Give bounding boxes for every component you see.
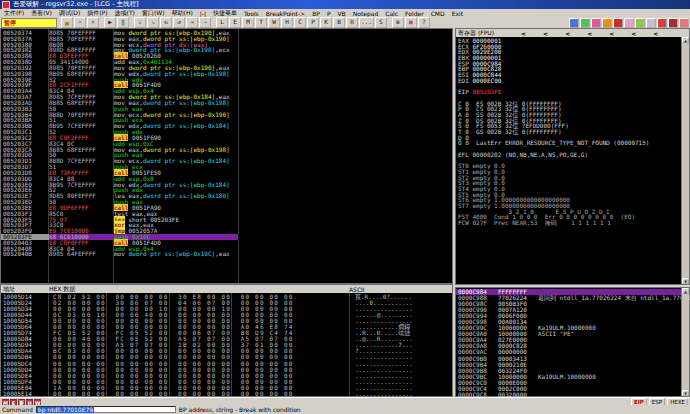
window-letter-button[interactable]: M — [242, 17, 254, 28]
window-letter-button[interactable]: E — [229, 17, 241, 28]
register-lines: EAX 00000001ECX 6F260000EDX 0029E200EBX … — [458, 38, 681, 284]
window-letter-button[interactable]: H — [281, 17, 293, 28]
scroll-up-icon[interactable]: ▲ — [682, 288, 689, 294]
window-letter-button[interactable]: R — [346, 17, 358, 28]
plugin-button[interactable] — [624, 18, 634, 28]
chevron-left-icon[interactable]: < — [653, 30, 658, 37]
run-pause-button[interactable]: ▶ — [104, 17, 116, 28]
plugin-button[interactable] — [679, 18, 689, 28]
menu-item[interactable]: |-| — [200, 10, 206, 17]
disasm-rows: 00520374 8985 70FEFFFF mov dword ptr ss:… — [1, 30, 452, 257]
chevron-left-icon[interactable]: < — [609, 30, 614, 37]
step-button[interactable]: ↺ — [173, 17, 185, 28]
window-letter-button[interactable]: ... — [359, 17, 374, 28]
menu-item[interactable]: BP — [312, 10, 320, 17]
toolbar-separator — [388, 18, 391, 27]
plugin-button[interactable] — [569, 18, 579, 28]
stack-pane[interactable]: 0000C984 FFFFFFFF 0000C988 77026224 返回到 … — [455, 287, 690, 397]
dump-hex-bytes: 00 00 00 00 00 00 00 00 00 00 00 00 00 0… — [51, 391, 351, 397]
window-letter-button[interactable]: B — [333, 17, 345, 28]
misc-toolbar-button[interactable]: ? — [418, 17, 430, 28]
menu-item[interactable]: Calc — [385, 10, 398, 17]
plugin-button[interactable] — [613, 18, 623, 28]
menu-item[interactable]: 文件(F) — [4, 9, 24, 17]
window-letter-button[interactable]: W — [268, 17, 280, 28]
window-letter-button[interactable]: P — [307, 17, 319, 28]
misc-button-group: ≡■? — [392, 17, 430, 28]
window-letter-button[interactable]: K — [320, 17, 332, 28]
chevron-left-icon[interactable]: < — [565, 30, 570, 37]
menu-item[interactable]: Exit — [452, 10, 463, 17]
step-button-group: ⇓⇘↻↺⇥⇒ — [134, 17, 211, 28]
disasm-instruction: mov dword ptr ss:[ebp-0x19C],eax — [114, 251, 452, 257]
menu-item[interactable]: 快捷菜单 — [213, 9, 237, 17]
step-button[interactable]: ↻ — [160, 17, 172, 28]
chevron-left-icon[interactable]: < — [631, 30, 636, 37]
step-button[interactable]: ⇥ — [186, 17, 198, 28]
window-letter-button[interactable]: C — [294, 17, 306, 28]
plugin-button[interactable] — [591, 18, 601, 28]
menu-bar: 文件(F)查看(V)调试(D)插件(P)选项(T)窗口(W)帮助(H)|-|快捷… — [0, 9, 690, 17]
menu-item[interactable]: 选项(T) — [115, 9, 135, 17]
command-input[interactable]: bp ntdll.77010E79 — [36, 406, 176, 413]
menu-item[interactable]: P — [327, 10, 331, 17]
disassembly-pane[interactable]: 00520374 8985 70FEFFFF mov dword ptr ss:… — [0, 28, 453, 284]
toolbar-file-button[interactable]: ▄ — [61, 17, 73, 28]
plugin-button[interactable] — [657, 18, 667, 28]
window-letter-group: LEMTWHCPKBR...S — [216, 17, 387, 28]
chevron-left-icon[interactable]: < — [587, 30, 592, 37]
registers-pane[interactable]: 寄存器 (FPU) <<<<<<< EAX 00000001ECX 6F2600… — [455, 28, 690, 285]
register-line[interactable]: FCW 027F Prec NEAR,53 掩码 1 1 1 1 1 1 — [458, 220, 681, 226]
run-pause-button[interactable]: ‖ — [117, 17, 129, 28]
toolbar-file-button[interactable]: × — [87, 17, 99, 28]
debug-status-box: 暂停 — [1, 18, 57, 28]
app-icon — [2, 1, 10, 9]
menu-item[interactable]: 调试(D) — [59, 9, 80, 17]
menu-item[interactable]: CMD — [431, 10, 445, 17]
scroll-down-icon[interactable]: ▼ — [682, 278, 689, 284]
window-letter-button[interactable]: S — [375, 17, 387, 28]
file-button-group: ▄«× — [61, 17, 99, 28]
title-bar[interactable]: 吾爱破解 - regsvr32.exe - [LCG - 主线程] — [0, 0, 690, 9]
registers-scrollbar[interactable]: ▲ ▼ — [681, 37, 689, 284]
plugin-button[interactable] — [580, 18, 590, 28]
menu-item[interactable]: 查看(V) — [31, 9, 52, 17]
chevron-left-icon[interactable]: < — [543, 30, 548, 37]
misc-toolbar-button[interactable]: ■ — [405, 17, 417, 28]
disasm-row[interactable]: 0052040B 8985 64FEFFFF mov dword ptr ss:… — [1, 251, 452, 257]
misc-toolbar-button[interactable]: ≡ — [392, 17, 404, 28]
registers-title: 寄存器 (FPU) — [458, 29, 494, 38]
menu-item[interactable]: Tools — [244, 10, 259, 17]
stack-rows: 0000C984 FFFFFFFF 0000C988 77026224 返回到 … — [456, 289, 681, 398]
step-button[interactable]: ⇘ — [147, 17, 159, 28]
chevron-left-icon[interactable]: < — [521, 30, 526, 37]
register-line[interactable]: O 0 LastErr ERROR_RESOURCE_TYPE_NOT_FOUN… — [458, 140, 681, 146]
toolbar-file-button[interactable]: « — [74, 17, 86, 28]
menu-item[interactable]: Notepad — [353, 10, 379, 17]
plugin-button[interactable] — [635, 18, 645, 28]
plugin-button[interactable] — [602, 18, 612, 28]
menu-item[interactable]: Folder — [405, 10, 424, 17]
menu-item[interactable]: BreakPoint-> — [266, 10, 305, 17]
menu-item[interactable]: 窗口(W) — [142, 9, 165, 17]
plugin-button-group — [569, 18, 689, 28]
scroll-down-icon[interactable]: ▼ — [682, 390, 689, 396]
plugin-button[interactable] — [668, 18, 678, 28]
run-button-group: ▶‖ — [104, 17, 129, 28]
scroll-up-icon[interactable]: ▲ — [682, 37, 689, 43]
menu-item[interactable]: VB — [338, 10, 346, 17]
command-input-selected-text: bp ntdll.77010E79 — [37, 407, 94, 413]
step-button[interactable]: ⇒ — [199, 17, 211, 28]
menu-item[interactable]: 帮助(H) — [172, 9, 193, 17]
menu-item[interactable]: 插件(P) — [87, 9, 107, 17]
fpu-tab-chevrons: <<<<<<< — [504, 30, 658, 37]
window-letter-button[interactable]: T — [255, 17, 267, 28]
dump-row[interactable]: 10005E14 00 00 00 00 00 00 00 00 00 00 0… — [1, 391, 452, 397]
window-letter-button[interactable]: L — [216, 17, 228, 28]
step-button[interactable]: ⇓ — [134, 17, 146, 28]
plugin-button[interactable] — [646, 18, 656, 28]
dump-ascii: ................ — [351, 391, 452, 397]
hex-dump-pane[interactable]: 地址 HEX 数据 ASCII 10005D14 C8 02 52 00 00 … — [0, 284, 453, 397]
disasm-bytes: 8985 64FEFFFF — [49, 251, 114, 257]
stack-scrollbar[interactable]: ▲ ▼ — [681, 288, 689, 396]
